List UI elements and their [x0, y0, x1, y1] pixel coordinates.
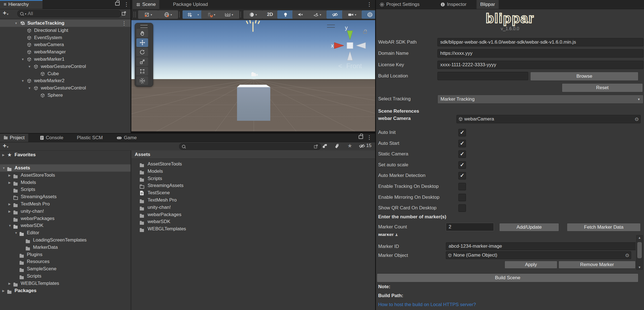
rect-tool-button[interactable]	[136, 67, 148, 75]
filter-by-label-icon[interactable]	[335, 144, 339, 148]
palette-drag-handle[interactable]	[140, 25, 148, 28]
expand-arrow-icon[interactable]: ▼	[28, 84, 31, 92]
assets-list-item[interactable]: StreamingAssets	[131, 182, 375, 189]
tab-scene[interactable]: Scene	[132, 0, 159, 9]
expand-arrow-icon[interactable]: ▶	[8, 200, 11, 208]
assets-list-item[interactable]: TextMesh Pro	[131, 197, 375, 204]
marker-object-field[interactable]: None (Game Object) ⊙	[446, 251, 631, 259]
item-kebab-icon[interactable]: ⋮	[122, 20, 127, 27]
build-scene-button[interactable]: Build Scene	[377, 273, 638, 282]
checkbox[interactable]	[458, 194, 466, 201]
tab-package-upload[interactable]: Package Upload	[169, 0, 212, 9]
project-tree-item[interactable]: StreamingAssets	[0, 193, 131, 200]
assets-list-item[interactable]: Scripts	[131, 175, 375, 182]
project-tree-item[interactable]: webarPackages	[0, 215, 131, 222]
checkbox[interactable]: ✓	[458, 129, 466, 136]
assets-list-item[interactable]: webarSDK	[131, 218, 375, 225]
tab-project[interactable]: Project	[0, 134, 28, 142]
lock-icon[interactable]	[115, 0, 120, 7]
project-tree-item[interactable]: ▶Packages	[0, 287, 131, 294]
scroll-up-icon[interactable]: ▲	[636, 236, 643, 239]
expand-arrow-icon[interactable]: ▶	[8, 208, 11, 215]
scene-camera-button[interactable]: ▾	[342, 10, 362, 19]
project-tree-item[interactable]: Scripts	[0, 186, 131, 193]
project-lock-icon[interactable]	[359, 134, 363, 140]
hierarchy-item[interactable]: ▼webarMarker2	[0, 77, 131, 84]
search-open-in-window-icon[interactable]	[314, 144, 318, 149]
camera-gizmo[interactable]	[250, 72, 258, 77]
project-tree-item[interactable]: ▶Models	[0, 179, 131, 186]
directional-light-gizmo[interactable]	[243, 20, 263, 32]
add-update-button[interactable]: Add/Update	[499, 223, 559, 231]
expand-arrow-icon[interactable]: ▶	[8, 280, 11, 287]
tool-handle-rotation-button[interactable]: ▾	[158, 10, 178, 19]
project-tree-item[interactable]: Plugins	[0, 251, 131, 258]
effects-toggle-button[interactable]: ▾	[307, 10, 327, 19]
create-object-button[interactable]: +▾	[3, 10, 8, 18]
checkbox[interactable]: ✓	[458, 140, 466, 147]
filter-by-type-icon[interactable]	[322, 144, 327, 148]
draw-mode-button[interactable]: ▾	[243, 10, 262, 19]
project-tree-item[interactable]: ▶TextMesh Pro	[0, 200, 131, 208]
project-tree-item[interactable]: ▶AssetStoreTools	[0, 172, 131, 179]
assets-list-item[interactable]: TestScene	[131, 189, 375, 197]
hierarchy-item[interactable]: ▼SurfaceTracking⋮	[0, 20, 131, 27]
project-kebab-icon[interactable]: ⋮	[367, 134, 372, 142]
assets-list-item[interactable]: AssetStoreTools	[131, 160, 375, 168]
hand-tool-button[interactable]	[136, 29, 148, 37]
checkbox[interactable]: ✓	[458, 150, 466, 158]
expand-arrow-icon[interactable]: ▼	[21, 56, 24, 63]
increment-snap-button[interactable]: ▾	[219, 10, 239, 19]
hierarchy-item[interactable]: ▼webarMarker1	[0, 56, 131, 63]
expand-arrow-icon[interactable]: ▶	[8, 179, 11, 186]
hidden-count-icon[interactable]	[359, 144, 365, 148]
project-tree-item[interactable]: SampleScene	[0, 265, 131, 273]
assets-list-item[interactable]: webarPackages	[131, 211, 375, 218]
project-tree-item[interactable]: ▼Assets	[0, 164, 131, 172]
checkbox[interactable]: ✓	[458, 172, 466, 179]
tool-handle-pivot-button[interactable]: ▾	[138, 10, 158, 19]
transform-tool-button[interactable]	[136, 76, 148, 85]
project-tree-item[interactable]: LoadingScreenTemplates	[0, 236, 131, 244]
scroll-down-icon[interactable]: ▼	[636, 266, 643, 269]
marker-id-input[interactable]: abcd-1234-marker-image	[446, 242, 636, 250]
checkbox[interactable]	[458, 183, 466, 190]
open-in-window-icon[interactable]	[121, 11, 126, 16]
hierarchy-search-input[interactable]: ▾ All	[17, 10, 121, 17]
tab-hierarchy[interactable]: ≡ Hierarchy	[0, 0, 42, 9]
project-tree-item[interactable]: MarkerData	[0, 244, 131, 251]
expand-arrow-icon[interactable]: ▼	[15, 229, 18, 236]
project-tree-item[interactable]: ▶unity-chan!	[0, 208, 131, 215]
assets-list-item[interactable]: WEBGLTemplates	[131, 225, 375, 233]
hierarchy-kebab-icon[interactable]: ⋮	[124, 0, 129, 9]
project-create-button[interactable]: +▾	[3, 142, 8, 151]
object-picker-icon[interactable]: ⊙	[625, 252, 629, 258]
scene-lighting-button[interactable]	[277, 10, 293, 19]
hierarchy-item[interactable]: ▼webarGestureControl	[0, 63, 131, 70]
expand-arrow-icon[interactable]: ▼	[2, 164, 5, 172]
expand-arrow-icon[interactable]: ▶	[2, 287, 4, 294]
rotate-tool-button[interactable]	[136, 48, 148, 56]
hierarchy-item[interactable]: webarManager	[0, 48, 131, 56]
apply-button[interactable]: Apply	[505, 261, 557, 269]
scroll-thumb[interactable]	[637, 242, 642, 258]
expand-arrow-icon[interactable]: ▼	[8, 222, 11, 229]
checkbox[interactable]: ✓	[458, 161, 466, 169]
project-search-input[interactable]	[179, 143, 321, 150]
cube-object[interactable]	[237, 87, 270, 121]
marker-count-input[interactable]: 2	[446, 223, 494, 231]
project-tree-item[interactable]: Resources	[0, 258, 131, 265]
scale-tool-button[interactable]	[136, 57, 148, 66]
marker-scrollbar[interactable]: ▲ ▼	[636, 235, 643, 270]
move-tool-button[interactable]	[136, 38, 148, 47]
expand-arrow-icon[interactable]: ▼	[15, 20, 18, 27]
project-tree-item[interactable]: ▼webarSDK	[0, 222, 131, 229]
hierarchy-item[interactable]: ▼webarGestureControl	[0, 84, 131, 92]
assets-list-item[interactable]: Models	[131, 168, 375, 175]
hierarchy-item[interactable]: webarCamera	[0, 41, 131, 48]
hierarchy-item[interactable]: Sphere	[0, 92, 131, 99]
scene-visibility-button[interactable]	[326, 10, 343, 19]
expand-arrow-icon[interactable]: ▶	[8, 172, 11, 179]
tab-game[interactable]: Game	[113, 134, 140, 142]
audio-mute-button[interactable]	[292, 10, 309, 19]
